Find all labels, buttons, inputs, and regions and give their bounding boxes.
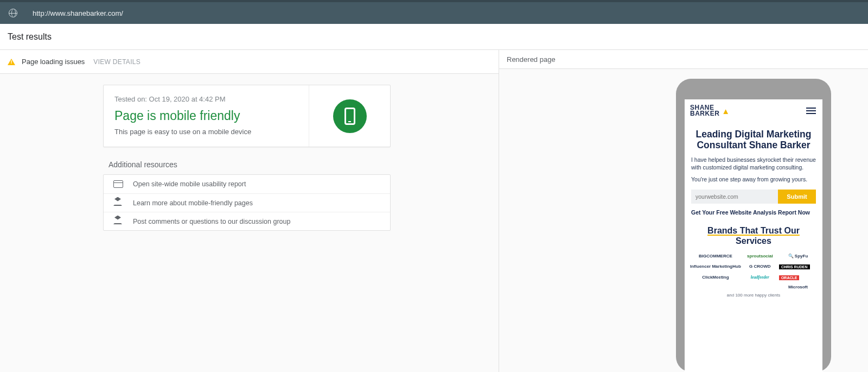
hero-heading: Leading Digital Marketing Consultant Sha… bbox=[685, 119, 822, 154]
warning-icon bbox=[8, 59, 15, 65]
brand-line2: BARKER bbox=[690, 111, 719, 117]
phone-mockup: SHANE BARKER ▲ Leading Digital Marketing… bbox=[676, 79, 831, 372]
browser-icon bbox=[113, 180, 123, 188]
resources-list: Open site-wide mobile usability report L… bbox=[103, 174, 391, 231]
resource-discussion-group[interactable]: Post comments or questions to our discus… bbox=[104, 212, 390, 230]
preview-pane: Rendered page SHANE BARKER ▲ bbox=[499, 50, 868, 372]
tested-url: http://www.shanebarker.com/ bbox=[33, 9, 123, 17]
mobile-friendly-badge bbox=[333, 99, 367, 133]
logo-item: sproutsocial bbox=[741, 254, 779, 258]
site-logo: SHANE BARKER ▲ bbox=[690, 105, 730, 117]
logo-item: Influencer MarketingHub bbox=[690, 264, 741, 269]
rendered-page-label: Rendered page bbox=[507, 55, 556, 64]
website-input bbox=[691, 190, 778, 204]
rendered-screenshot[interactable]: SHANE BARKER ▲ Leading Digital Marketing… bbox=[685, 99, 822, 372]
logo-item: Microsoft bbox=[779, 285, 817, 289]
brands-heading-line1: Brands That Trust Our bbox=[707, 226, 800, 235]
hero-paragraph-2: You're just one step away from growing y… bbox=[685, 173, 822, 185]
resource-learn-more[interactable]: Learn more about mobile-friendly pages bbox=[104, 193, 390, 212]
resource-label: Post comments or questions to our discus… bbox=[133, 218, 290, 225]
logo-item: ORACLE bbox=[779, 275, 800, 280]
resource-usability-report[interactable]: Open site-wide mobile usability report bbox=[104, 175, 390, 193]
education-icon bbox=[113, 218, 123, 225]
logo-item: leadfeeder bbox=[741, 275, 779, 280]
brands-heading-line2: Services bbox=[736, 236, 771, 245]
logos-footnote: and 100 more happy clients bbox=[685, 289, 822, 298]
logo-item: G CROWD bbox=[741, 264, 779, 269]
logo-item: BIGCOMMERCE bbox=[690, 254, 741, 258]
issues-label: Page loading issues bbox=[22, 58, 85, 66]
hero-paragraph-1: I have helped businesses skyrocket their… bbox=[685, 154, 822, 173]
view-details-link[interactable]: VIEW DETAILS bbox=[93, 58, 141, 66]
issues-bar: Page loading issues VIEW DETAILS bbox=[0, 50, 499, 74]
results-pane: Page loading issues VIEW DETAILS Tested … bbox=[0, 50, 499, 372]
url-bar: http://www.shanebarker.com/ bbox=[0, 0, 868, 24]
education-icon bbox=[113, 199, 123, 207]
page-title: Test results bbox=[0, 24, 868, 50]
logo-item: CHRIS RUDEN bbox=[779, 264, 810, 269]
result-subtitle: This page is easy to use on a mobile dev… bbox=[114, 128, 298, 136]
globe-icon bbox=[9, 9, 17, 17]
brand-logos: BIGCOMMERCE sproutsocial 🔍 SpyFu Influen… bbox=[685, 248, 822, 289]
hamburger-icon bbox=[806, 108, 816, 114]
result-card: Tested on: Oct 19, 2020 at 4:42 PM Page … bbox=[103, 85, 391, 147]
cta-text: Get Your Free Website Analysis Report No… bbox=[685, 208, 822, 219]
logo-item: ClickMeeting bbox=[690, 275, 741, 280]
tested-timestamp: Tested on: Oct 19, 2020 at 4:42 PM bbox=[114, 95, 298, 103]
smartphone-icon bbox=[344, 108, 355, 125]
submit-button: Submit bbox=[778, 190, 816, 204]
brands-heading: Brands That Trust Our Services bbox=[685, 219, 822, 248]
rendered-page-header: Rendered page bbox=[499, 50, 868, 69]
resource-label: Learn more about mobile-friendly pages bbox=[133, 199, 253, 207]
result-title: Page is mobile friendly bbox=[114, 109, 298, 123]
rocket-icon: ▲ bbox=[722, 108, 730, 114]
resource-label: Open site-wide mobile usability report bbox=[133, 180, 246, 188]
page-title-text: Test results bbox=[8, 32, 52, 42]
logo-item: 🔍 SpyFu bbox=[779, 254, 817, 258]
additional-resources-heading: Additional resources bbox=[108, 160, 499, 169]
